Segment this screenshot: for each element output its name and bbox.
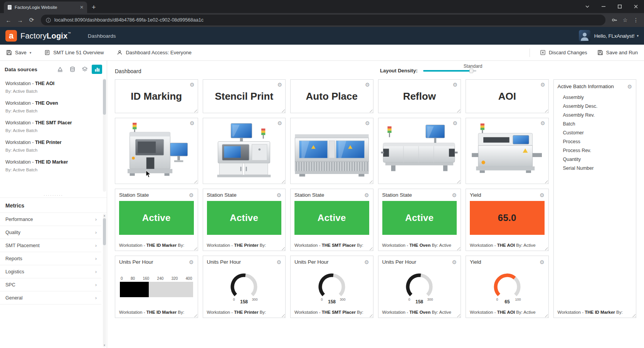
svg-text:300: 300 [340, 298, 345, 301]
dashboard-grid: ⚙ ID Marking ⚙ Stencil Print ⚙ Auto Plac… [115, 79, 636, 318]
bookmark-star-icon[interactable]: ☆ [620, 15, 630, 25]
gear-icon[interactable]: ⚙ [277, 82, 282, 87]
data-source-item[interactable]: Workstation - THE Printer By: Active Bat… [0, 137, 101, 156]
layers-icon[interactable] [79, 65, 90, 74]
gear-icon[interactable]: ⚙ [276, 259, 281, 265]
gear-icon[interactable]: ⚙ [452, 82, 457, 87]
save-button[interactable]: Save▾ [6, 50, 31, 55]
back-icon[interactable]: ← [3, 15, 14, 25]
gear-icon[interactable]: ⚙ [277, 120, 282, 126]
reload-icon[interactable]: ⟳ [26, 15, 37, 25]
scroll-down-icon[interactable]: ▼ [103, 344, 106, 347]
gear-icon[interactable]: ⚙ [365, 82, 370, 87]
tab-close-icon[interactable]: ✕ [80, 5, 84, 10]
site-info-icon[interactable] [46, 18, 51, 23]
card-footer: Workstation - THE Oven By: Active [378, 307, 461, 318]
window-close-icon[interactable] [628, 0, 644, 13]
sidebar-item-quality[interactable]: Quality› [0, 226, 101, 239]
browser-tab[interactable]: FactoryLogix Website ✕ [4, 2, 87, 13]
gear-icon[interactable]: ⚙ [452, 192, 457, 198]
sidebar-item-performance[interactable]: Performance› [0, 213, 101, 226]
station-state-card-smt-placer: Station State⚙ Active Workstation - THE … [290, 189, 373, 251]
svg-text:158: 158 [415, 299, 423, 304]
resize-handle[interactable] [544, 179, 548, 183]
metrics-scrollbar[interactable]: ▲ ▼ [103, 214, 106, 347]
dashboard-list-icon [44, 50, 50, 55]
bar-chart-icon[interactable] [92, 65, 102, 74]
gear-icon[interactable]: ⚙ [189, 259, 194, 265]
gear-icon[interactable]: ⚙ [365, 120, 370, 126]
title-card-auto-place: ⚙ Auto Place [290, 79, 373, 113]
yield-gauge-card-aoi: Yield⚙ 010065 Workstation - THE AOI By: … [466, 256, 549, 318]
chevron-right-icon: › [95, 229, 97, 235]
resize-handle[interactable] [456, 108, 460, 112]
scroll-up-icon[interactable]: ▲ [103, 214, 106, 217]
gear-icon[interactable]: ⚙ [540, 120, 545, 126]
dashboard-name-button[interactable]: SMT Line 51 Overview [44, 50, 104, 55]
gear-icon[interactable]: ⚙ [540, 82, 545, 87]
gear-icon[interactable]: ⚙ [364, 259, 369, 265]
sidebar-item-reports[interactable]: Reports› [0, 252, 101, 265]
data-source-item[interactable]: Workstation - THE Oven By: Active Batch [0, 97, 101, 117]
database-icon[interactable] [67, 65, 77, 74]
new-tab-button[interactable]: + [92, 4, 96, 11]
chevron-right-icon: › [95, 269, 97, 274]
active-batch-info-card: Active Batch Information⚙ Assembly Assem… [553, 79, 637, 318]
resize-handle[interactable] [193, 179, 197, 183]
gear-icon[interactable]: ⚙ [452, 120, 457, 126]
resize-handle[interactable] [193, 108, 197, 112]
factorylogix-logo-icon[interactable]: a [5, 30, 17, 42]
gear-icon[interactable]: ⚙ [540, 192, 545, 198]
card-footer: Workstation - THE SMT Placer By: [291, 307, 373, 318]
gear-icon[interactable]: ⚙ [189, 192, 194, 198]
discard-changes-button[interactable]: Discard Changes [540, 50, 587, 55]
gear-icon[interactable]: ⚙ [364, 192, 369, 198]
password-key-icon[interactable] [609, 15, 619, 25]
url-bar[interactable]: localhost:8090/dashboards/d84b4786-69fa-… [41, 15, 605, 25]
sidebar-item-logistics[interactable]: Logistics› [0, 265, 101, 278]
nav-dashboards[interactable]: Dashboards [88, 33, 116, 39]
gear-icon[interactable]: ⚙ [452, 259, 457, 265]
station-state-tile: Active [207, 201, 282, 235]
chevron-right-icon: › [95, 216, 97, 222]
window-minimize-icon[interactable] [595, 0, 612, 13]
data-source-item[interactable]: Workstation - THE SMT Placer By: Active … [0, 117, 101, 137]
sidebar-item-spc[interactable]: SPC› [0, 278, 101, 291]
user-menu[interactable]: Hello, FLxAnalyst!▾ [594, 33, 639, 39]
panel-resize-handle[interactable]: ········· [0, 192, 107, 197]
chevron-right-icon: › [95, 282, 97, 288]
resize-handle[interactable] [368, 108, 373, 112]
aoi-machine-illustration [471, 122, 543, 180]
resize-handle[interactable] [544, 108, 548, 112]
save-and-run-button[interactable]: Save and Run [597, 50, 638, 55]
data-source-item[interactable]: Workstation - THE ID Marker By: Active B… [0, 156, 101, 176]
delta-chart-icon[interactable] [55, 65, 65, 74]
brand-name[interactable]: FactoryLogix™ [20, 32, 71, 40]
card-footer: Workstation - THE SMT Placer By: [291, 240, 373, 251]
resize-handle[interactable] [281, 108, 285, 112]
layout-density-label: Layout Density: [380, 68, 418, 74]
gear-icon[interactable]: ⚙ [190, 82, 195, 87]
gear-icon[interactable]: ⚙ [627, 84, 632, 89]
sidebar-item-smt-placement[interactable]: SMT Placement› [0, 239, 101, 252]
forward-icon[interactable]: → [15, 15, 25, 25]
browser-navbar: ← → ⟳ localhost:8090/dashboards/d84b4786… [0, 13, 644, 27]
svg-text:300: 300 [252, 298, 258, 301]
layout-density-slider[interactable]: Standard [423, 70, 476, 72]
gear-icon[interactable]: ⚙ [190, 120, 195, 126]
browser-menu-icon[interactable]: ⋮ [631, 15, 641, 25]
data-sources-scrollbar[interactable] [103, 79, 106, 192]
station-state-tile: Active [119, 201, 194, 235]
sidebar-item-general[interactable]: General› [0, 291, 101, 304]
dashboard-access-button[interactable]: Dashboard Access: Everyone [117, 50, 192, 55]
window-maximize-icon[interactable] [612, 0, 628, 13]
resize-handle[interactable] [281, 179, 285, 183]
user-avatar[interactable] [579, 30, 590, 42]
gear-icon[interactable]: ⚙ [276, 192, 281, 198]
window-chevron-icon[interactable] [579, 0, 595, 13]
gear-icon[interactable]: ⚙ [540, 259, 545, 265]
app-header: a FactoryLogix™ Dashboards Hello, FLxAna… [0, 27, 644, 45]
slider-handle[interactable] [469, 69, 473, 73]
data-source-item[interactable]: Workstation - THE AOI By: Active Batch [0, 78, 101, 97]
browser-tab-strip: FactoryLogix Website ✕ + [0, 0, 644, 13]
